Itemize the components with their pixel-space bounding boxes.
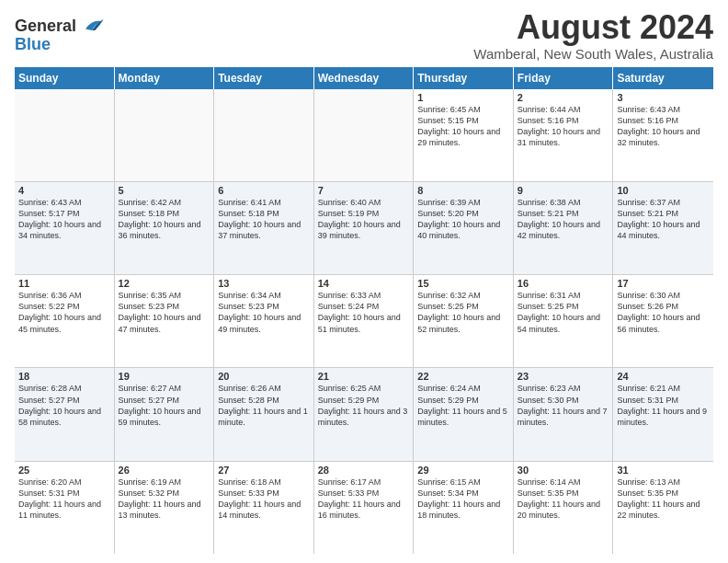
calendar-cell: 27Sunrise: 6:18 AM Sunset: 5:33 PM Dayli… xyxy=(214,462,314,554)
calendar-cell: 28Sunrise: 6:17 AM Sunset: 5:33 PM Dayli… xyxy=(314,462,415,554)
day-number: 9 xyxy=(518,185,609,196)
header-day-wednesday: Wednesday xyxy=(314,67,415,89)
day-info: Sunrise: 6:18 AM Sunset: 5:33 PM Dayligh… xyxy=(218,477,310,522)
calendar-week-3: 11Sunrise: 6:36 AM Sunset: 5:22 PM Dayli… xyxy=(15,275,713,368)
day-number: 31 xyxy=(617,465,710,476)
header-day-saturday: Saturday xyxy=(613,67,713,89)
calendar-cell: 30Sunrise: 6:14 AM Sunset: 5:35 PM Dayli… xyxy=(514,462,614,554)
calendar-week-4: 18Sunrise: 6:28 AM Sunset: 5:27 PM Dayli… xyxy=(15,368,713,461)
day-info: Sunrise: 6:32 AM Sunset: 5:25 PM Dayligh… xyxy=(417,290,509,335)
day-number: 10 xyxy=(617,185,710,196)
day-info: Sunrise: 6:25 AM Sunset: 5:29 PM Dayligh… xyxy=(318,383,410,428)
day-info: Sunrise: 6:13 AM Sunset: 5:35 PM Dayligh… xyxy=(617,477,710,522)
header-day-thursday: Thursday xyxy=(414,67,514,89)
day-info: Sunrise: 6:26 AM Sunset: 5:28 PM Dayligh… xyxy=(218,383,310,428)
calendar-cell: 2Sunrise: 6:44 AM Sunset: 5:16 PM Daylig… xyxy=(514,89,614,181)
day-number: 15 xyxy=(417,278,509,289)
day-info: Sunrise: 6:39 AM Sunset: 5:20 PM Dayligh… xyxy=(417,197,509,242)
day-number: 25 xyxy=(18,465,110,476)
day-number: 26 xyxy=(119,465,210,476)
calendar-cell: 24Sunrise: 6:21 AM Sunset: 5:31 PM Dayli… xyxy=(613,368,713,460)
calendar-cell: 9Sunrise: 6:38 AM Sunset: 5:21 PM Daylig… xyxy=(514,182,614,274)
day-number: 19 xyxy=(119,371,210,382)
calendar: SundayMondayTuesdayWednesdayThursdayFrid… xyxy=(15,67,713,554)
header-day-tuesday: Tuesday xyxy=(214,67,314,89)
calendar-cell xyxy=(214,89,314,181)
day-info: Sunrise: 6:20 AM Sunset: 5:31 PM Dayligh… xyxy=(18,477,110,522)
day-info: Sunrise: 6:30 AM Sunset: 5:26 PM Dayligh… xyxy=(617,290,710,335)
day-number: 12 xyxy=(119,278,210,289)
day-info: Sunrise: 6:19 AM Sunset: 5:32 PM Dayligh… xyxy=(119,477,210,522)
day-info: Sunrise: 6:37 AM Sunset: 5:21 PM Dayligh… xyxy=(617,197,710,242)
calendar-cell: 13Sunrise: 6:34 AM Sunset: 5:23 PM Dayli… xyxy=(214,275,314,367)
day-number: 20 xyxy=(218,371,310,382)
day-info: Sunrise: 6:24 AM Sunset: 5:29 PM Dayligh… xyxy=(417,383,509,428)
header: General Blue August 2024 Wamberal, New S… xyxy=(15,9,713,62)
page: General Blue August 2024 Wamberal, New S… xyxy=(0,0,728,563)
title-block: August 2024 Wamberal, New South Wales, A… xyxy=(473,9,713,62)
calendar-header: SundayMondayTuesdayWednesdayThursdayFrid… xyxy=(15,67,713,89)
day-info: Sunrise: 6:23 AM Sunset: 5:30 PM Dayligh… xyxy=(518,383,609,428)
day-number: 2 xyxy=(518,92,609,103)
calendar-week-5: 25Sunrise: 6:20 AM Sunset: 5:31 PM Dayli… xyxy=(15,462,713,554)
calendar-cell: 5Sunrise: 6:42 AM Sunset: 5:18 PM Daylig… xyxy=(115,182,215,274)
day-number: 27 xyxy=(218,465,310,476)
calendar-cell: 11Sunrise: 6:36 AM Sunset: 5:22 PM Dayli… xyxy=(15,275,115,367)
day-number: 28 xyxy=(318,465,410,476)
day-info: Sunrise: 6:14 AM Sunset: 5:35 PM Dayligh… xyxy=(518,477,609,522)
calendar-week-2: 4Sunrise: 6:43 AM Sunset: 5:17 PM Daylig… xyxy=(15,182,713,275)
day-number: 24 xyxy=(617,371,710,382)
header-day-monday: Monday xyxy=(115,67,215,89)
day-number: 3 xyxy=(617,92,710,103)
day-number: 5 xyxy=(119,185,210,196)
day-number: 4 xyxy=(18,185,110,196)
day-info: Sunrise: 6:34 AM Sunset: 5:23 PM Dayligh… xyxy=(218,290,310,335)
location-subtitle: Wamberal, New South Wales, Australia xyxy=(473,46,713,62)
day-number: 7 xyxy=(318,185,410,196)
day-number: 30 xyxy=(518,465,609,476)
day-number: 13 xyxy=(218,278,310,289)
day-info: Sunrise: 6:33 AM Sunset: 5:24 PM Dayligh… xyxy=(318,290,410,335)
calendar-cell: 21Sunrise: 6:25 AM Sunset: 5:29 PM Dayli… xyxy=(314,368,415,460)
day-info: Sunrise: 6:43 AM Sunset: 5:17 PM Dayligh… xyxy=(18,197,110,242)
day-info: Sunrise: 6:44 AM Sunset: 5:16 PM Dayligh… xyxy=(518,104,609,149)
day-number: 18 xyxy=(18,371,110,382)
day-info: Sunrise: 6:40 AM Sunset: 5:19 PM Dayligh… xyxy=(318,197,410,242)
day-info: Sunrise: 6:42 AM Sunset: 5:18 PM Dayligh… xyxy=(119,197,210,242)
header-day-friday: Friday xyxy=(514,67,614,89)
day-info: Sunrise: 6:17 AM Sunset: 5:33 PM Dayligh… xyxy=(318,477,410,522)
calendar-cell: 29Sunrise: 6:15 AM Sunset: 5:34 PM Dayli… xyxy=(414,462,514,554)
calendar-cell: 15Sunrise: 6:32 AM Sunset: 5:25 PM Dayli… xyxy=(414,275,514,367)
day-info: Sunrise: 6:27 AM Sunset: 5:27 PM Dayligh… xyxy=(119,383,210,428)
day-number: 8 xyxy=(417,185,509,196)
calendar-cell: 25Sunrise: 6:20 AM Sunset: 5:31 PM Dayli… xyxy=(15,462,115,554)
day-number: 11 xyxy=(18,278,110,289)
day-info: Sunrise: 6:21 AM Sunset: 5:31 PM Dayligh… xyxy=(617,383,710,428)
calendar-cell: 10Sunrise: 6:37 AM Sunset: 5:21 PM Dayli… xyxy=(613,182,713,274)
day-number: 16 xyxy=(518,278,609,289)
day-number: 29 xyxy=(417,465,509,476)
day-info: Sunrise: 6:45 AM Sunset: 5:15 PM Dayligh… xyxy=(417,104,509,149)
calendar-cell: 17Sunrise: 6:30 AM Sunset: 5:26 PM Dayli… xyxy=(613,275,713,367)
day-number: 21 xyxy=(318,371,410,382)
calendar-cell: 23Sunrise: 6:23 AM Sunset: 5:30 PM Dayli… xyxy=(514,368,614,460)
calendar-cell xyxy=(15,89,115,181)
calendar-cell: 12Sunrise: 6:35 AM Sunset: 5:23 PM Dayli… xyxy=(115,275,215,367)
logo-text-general: General xyxy=(15,17,76,36)
calendar-body: 1Sunrise: 6:45 AM Sunset: 5:15 PM Daylig… xyxy=(15,89,713,554)
day-number: 17 xyxy=(617,278,710,289)
month-title: August 2024 xyxy=(473,9,713,46)
calendar-cell: 22Sunrise: 6:24 AM Sunset: 5:29 PM Dayli… xyxy=(414,368,514,460)
day-info: Sunrise: 6:38 AM Sunset: 5:21 PM Dayligh… xyxy=(518,197,609,242)
calendar-cell: 18Sunrise: 6:28 AM Sunset: 5:27 PM Dayli… xyxy=(15,368,115,460)
calendar-cell: 3Sunrise: 6:43 AM Sunset: 5:16 PM Daylig… xyxy=(613,89,713,181)
calendar-cell: 31Sunrise: 6:13 AM Sunset: 5:35 PM Dayli… xyxy=(613,462,713,554)
calendar-cell: 20Sunrise: 6:26 AM Sunset: 5:28 PM Dayli… xyxy=(214,368,314,460)
day-number: 6 xyxy=(218,185,310,196)
day-number: 14 xyxy=(318,278,410,289)
calendar-cell: 26Sunrise: 6:19 AM Sunset: 5:32 PM Dayli… xyxy=(115,462,215,554)
calendar-cell: 19Sunrise: 6:27 AM Sunset: 5:27 PM Dayli… xyxy=(115,368,215,460)
day-info: Sunrise: 6:41 AM Sunset: 5:18 PM Dayligh… xyxy=(218,197,310,242)
calendar-cell: 14Sunrise: 6:33 AM Sunset: 5:24 PM Dayli… xyxy=(314,275,415,367)
day-info: Sunrise: 6:28 AM Sunset: 5:27 PM Dayligh… xyxy=(18,383,110,428)
